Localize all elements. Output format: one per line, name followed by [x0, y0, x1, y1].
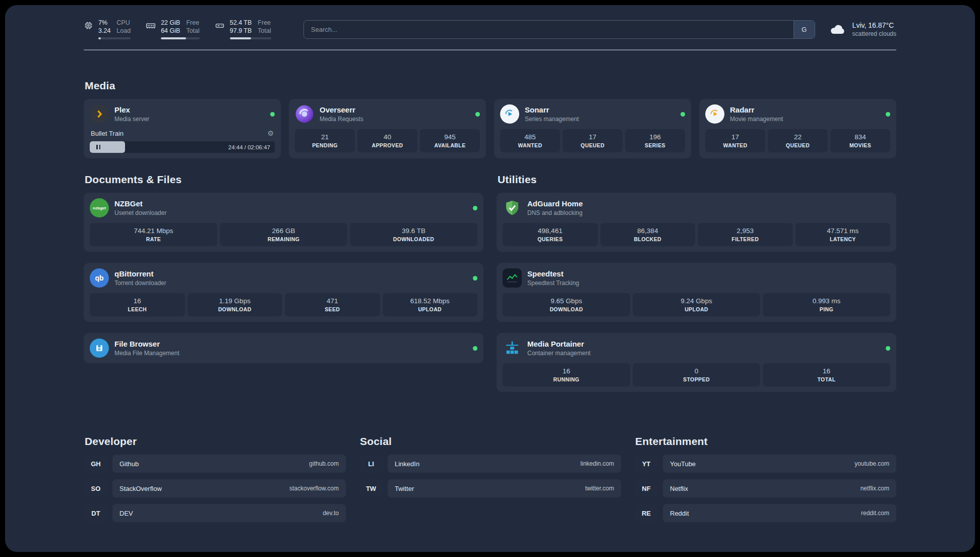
- bookmark-reddit[interactable]: RE Redditreddit.com: [634, 504, 896, 522]
- service-description: Movie management: [730, 116, 783, 123]
- nzbget-icon: nzbget: [90, 198, 109, 217]
- search-bar: G: [303, 20, 815, 39]
- service-description: Speedtest Tracking: [527, 280, 579, 287]
- bookmark-abbr[interactable]: DT: [84, 504, 108, 522]
- section-title-entertainment: Entertainment: [635, 435, 896, 448]
- status-dot: [473, 346, 477, 351]
- service-name: Media Portainer: [527, 340, 590, 348]
- disk-free: 52.4 TB: [230, 19, 252, 27]
- service-description: Container management: [527, 350, 590, 357]
- service-description: Media Requests: [320, 116, 363, 123]
- stat-tile: 2,953FILTERED: [698, 223, 793, 246]
- status-dot: [475, 112, 480, 117]
- topbar-divider: [84, 49, 896, 50]
- stat-tile: 945AVAILABLE: [420, 129, 480, 152]
- service-card-radarr[interactable]: Radarr Movie management 17WANTED 22QUEUE…: [699, 99, 896, 158]
- service-card-filebrowser[interactable]: File Browser Media File Management: [84, 333, 483, 363]
- cloud-icon: [829, 23, 846, 36]
- service-card-sonarr[interactable]: Sonarr Series management 485WANTED 17QUE…: [494, 99, 691, 158]
- status-dot: [473, 206, 477, 210]
- stat-tile: 266 GBREMAINING: [220, 223, 347, 246]
- radarr-icon: [705, 104, 724, 124]
- pause-button[interactable]: [90, 145, 107, 149]
- top-bar: 7% 3.24 CPU Load 22 GiB: [84, 5, 896, 39]
- filebrowser-icon: [90, 339, 109, 358]
- now-playing-title: Bullet Train: [91, 130, 124, 137]
- gear-icon[interactable]: ⚙: [267, 129, 274, 137]
- service-description: DNS and adblocking: [527, 209, 583, 216]
- cpu-label-bottom: Load: [116, 27, 131, 35]
- disk-total: 97.9 TB: [230, 27, 252, 35]
- cpu-icon: [84, 21, 93, 30]
- cpu-usage-bar: [98, 37, 131, 39]
- dashboard: 7% 3.24 CPU Load 22 GiB: [5, 5, 975, 552]
- bookmark-github[interactable]: GH Githubgithub.com: [84, 455, 346, 473]
- service-name: Overseerr: [320, 105, 363, 114]
- bookmark-group-developer: Developer GH Githubgithub.com SO StackOv…: [84, 435, 346, 529]
- stat-tile: 1.19 GbpsDOWNLOAD: [188, 293, 283, 316]
- plex-icon: [90, 104, 109, 124]
- bookmark-abbr[interactable]: TW: [359, 479, 383, 497]
- service-name: Radarr: [730, 105, 783, 114]
- overseerr-icon: [295, 104, 314, 124]
- bookmark-youtube[interactable]: YT YouTubeyoutube.com: [634, 455, 896, 473]
- qbittorrent-icon: qb: [90, 268, 109, 288]
- bookmark-abbr[interactable]: NF: [634, 479, 658, 497]
- memory-icon: [146, 21, 156, 31]
- bookmark-dev[interactable]: DT DEVdev.to: [84, 504, 346, 522]
- sonarr-icon: [500, 104, 519, 124]
- service-name: qBittorrent: [114, 269, 166, 278]
- stat-tile: 22QUEUED: [768, 129, 828, 152]
- screen: 7% 3.24 CPU Load 22 GiB: [0, 0, 980, 557]
- bookmark-abbr[interactable]: SO: [84, 479, 108, 497]
- ram-label-top: Free: [186, 19, 199, 27]
- service-card-qbittorrent[interactable]: qb qBittorrent Torrent downloader 16LEEC…: [84, 263, 483, 322]
- bookmark-linkedin[interactable]: LI LinkedInlinkedin.com: [359, 455, 621, 473]
- service-card-nzbget[interactable]: nzbget NZBGet Usenet downloader 744.21 M…: [84, 193, 483, 252]
- playback-time: 24:44 / 02:06:47: [228, 144, 275, 150]
- stat-tile: 39.6 TBDOWNLOADED: [350, 223, 477, 246]
- section-title-social: Social: [360, 435, 621, 448]
- search-input[interactable]: [304, 26, 793, 33]
- bookmark-abbr[interactable]: GH: [84, 455, 108, 473]
- weather-widget: Lviv, 16.87°C scattered clouds: [829, 21, 896, 37]
- stat-tile: 498,461QUERIES: [503, 223, 598, 246]
- cpu-label-top: CPU: [116, 19, 131, 27]
- ram-total: 64 GiB: [161, 27, 180, 35]
- stat-tile: 744.21 MbpsRATE: [90, 223, 217, 246]
- bookmark-group-entertainment: Entertainment YT YouTubeyoutube.com NF N…: [634, 435, 896, 529]
- portainer-icon: [503, 339, 522, 358]
- service-card-portainer[interactable]: Media Portainer Container management 16R…: [497, 333, 896, 392]
- stat-tile: 9.24 GbpsUPLOAD: [633, 293, 760, 316]
- bookmark-abbr[interactable]: RE: [634, 504, 658, 522]
- bookmark-stackoverflow[interactable]: SO StackOverflowstackoverflow.com: [84, 479, 346, 497]
- service-name: Plex: [114, 105, 149, 114]
- service-description: Torrent downloader: [114, 280, 166, 287]
- stat-tile: 618.52 MbpsUPLOAD: [383, 293, 478, 316]
- section-title-media: Media: [85, 80, 896, 92]
- bookmark-abbr[interactable]: YT: [634, 455, 658, 473]
- service-name: NZBGet: [114, 199, 166, 208]
- stat-tile: 16TOTAL: [763, 363, 890, 386]
- ram-monitor: 22 GiB 64 GiB Free Total: [146, 19, 200, 39]
- status-dot: [681, 112, 685, 117]
- bookmark-abbr[interactable]: LI: [359, 455, 383, 473]
- service-card-plex[interactable]: Plex Media server Bullet Train ⚙ 24:44 /…: [84, 99, 281, 158]
- bookmark-netflix[interactable]: NF Netflixnetflix.com: [634, 479, 896, 497]
- bookmark-group-social: Social LI LinkedInlinkedin.com TW Twitte…: [359, 435, 621, 504]
- section-title-developer: Developer: [85, 435, 346, 448]
- service-description: Media File Management: [114, 350, 179, 357]
- service-card-adguard[interactable]: AdGuard Home DNS and adblocking 498,461Q…: [497, 193, 896, 252]
- section-title-documents: Documents & Files: [85, 174, 483, 186]
- stat-tile: 40APPROVED: [357, 129, 417, 152]
- service-card-overseerr[interactable]: Overseerr Media Requests 21PENDING 40APP…: [289, 99, 486, 158]
- status-dot: [886, 112, 890, 117]
- cpu-monitor: 7% 3.24 CPU Load: [84, 19, 131, 39]
- disk-monitor: 52.4 TB 97.9 TB Free Total: [215, 19, 271, 39]
- bookmark-twitter[interactable]: TW Twittertwitter.com: [359, 479, 621, 497]
- search-provider-button[interactable]: G: [793, 21, 815, 38]
- playback-progress-bar[interactable]: 24:44 / 02:06:47: [90, 141, 275, 153]
- service-card-speedtest[interactable]: Speedtest Speedtest Tracking 9.65 GbpsDO…: [497, 263, 896, 322]
- ram-usage-bar: [161, 37, 200, 39]
- stat-tile: 17WANTED: [705, 129, 765, 152]
